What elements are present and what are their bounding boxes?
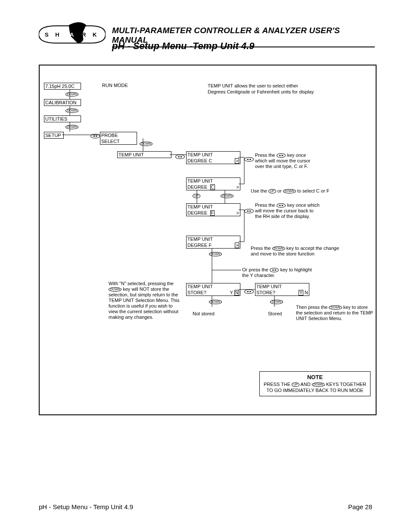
- lcd-line: STORE?Y N: [256, 289, 308, 296]
- lcd-line: TEMP UNIT: [187, 204, 239, 210]
- left-right-key-icon: ◄►: [277, 203, 286, 208]
- down-key-icon: DOWN: [283, 189, 296, 193]
- label-stored: Stored: [268, 311, 282, 316]
- down-key-icon: DOWN: [65, 125, 78, 129]
- menu-utilities: UTILITIES: [44, 115, 81, 122]
- menu-calibration: CALIBRATION: [44, 99, 81, 106]
- left-right-key-icon: ◄►: [270, 268, 279, 272]
- note-title: NOTE: [263, 374, 367, 380]
- down-key-icon: DOWN: [329, 305, 342, 310]
- down-key-icon: DOWN: [140, 142, 153, 146]
- up-key-icon: UP: [268, 189, 276, 193]
- diagram-frame: 7.15pH 25.0C CALIBRATION UTILITIES SETUP…: [39, 65, 377, 415]
- svg-text:S H: S H: [45, 31, 62, 38]
- footer-section: pH - Setup Menu - Temp Unit 4.9: [39, 503, 133, 510]
- down-key-icon: DOWN: [221, 194, 234, 198]
- down-key-icon: DOWN: [209, 252, 222, 256]
- intro-text: TEMP UNIT allows the user to select eith…: [208, 83, 315, 95]
- left-right-key-icon: ◄►: [244, 157, 254, 162]
- label-not-stored: Not stored: [193, 311, 215, 316]
- page: S H A R K MULTI-PARAMETER CONTROLLER & A…: [0, 0, 411, 532]
- down-key-icon: DOWN: [312, 383, 325, 387]
- lcd-line: TEMP UNIT: [187, 178, 239, 184]
- up-key-icon: UP: [292, 383, 299, 387]
- lcd-line: TEMP UNIT: [187, 283, 239, 289]
- lcd-temp-unit-f-cursor: TEMP UNIT DEGREE F>: [186, 203, 240, 216]
- down-key-icon: DOWN: [65, 92, 78, 96]
- menu-temp-unit: TEMP UNIT: [117, 151, 171, 158]
- menu-setup: SETUP: [44, 132, 64, 139]
- lcd-line: TEMP UNIT: [256, 283, 308, 289]
- svg-text:A: A: [70, 31, 74, 38]
- lcd-line: TEMP UNIT: [187, 236, 239, 242]
- menu-probe-select: PROBE SELECT: [100, 132, 137, 145]
- lcd-line: DEGREE F>: [187, 210, 239, 216]
- footer-page: Page 28: [348, 503, 372, 510]
- down-key-icon: DOWN: [209, 300, 222, 304]
- instruction-step3: Press the ◄► key once which will move th…: [255, 202, 320, 219]
- instruction-step2: Use the UP or DOWN to select C or F: [251, 188, 337, 193]
- lcd-line: STORE?Y N: [187, 289, 239, 296]
- brand-logo: S H A R K: [39, 22, 106, 47]
- lcd-temp-unit-f: TEMP UNIT DEGREE F>: [186, 236, 240, 249]
- instruction-step5: Or press the ◄► key to highlight the Y c…: [242, 267, 320, 278]
- left-right-key-icon: ◄►: [244, 209, 254, 213]
- down-key-icon: DOWN: [272, 246, 285, 251]
- note-n-selected: With "N" selected, pressing the DOWN key…: [109, 281, 182, 320]
- lcd-store-y: TEMP UNIT STORE?Y N: [255, 283, 309, 296]
- lcd-line: TEMP UNIT: [187, 152, 239, 158]
- svg-text:R K: R K: [82, 31, 99, 38]
- run-mode-label: RUN MODE: [102, 83, 128, 88]
- lcd-temp-unit-c-cursor: TEMP UNIT DEGREE C>: [186, 177, 240, 190]
- note-store-y: Then press the DOWN key to store the sel…: [296, 305, 374, 321]
- down-key-icon: DOWN: [109, 287, 121, 292]
- down-key-icon: DOWN: [270, 300, 283, 304]
- down-key-icon: DOWN: [65, 109, 78, 113]
- lcd-store-n: TEMP UNIT STORE?Y N: [186, 283, 240, 296]
- left-right-key-icon: ◄►: [277, 153, 286, 158]
- note-body: PRESS THE UP AND DOWN KEYS TOGETHER TO G…: [263, 381, 367, 393]
- lcd-line: DEGREE F>: [187, 242, 239, 248]
- lcd-temp-unit-c: TEMP UNIT DEGREE C>: [186, 151, 240, 164]
- instruction-step1: Press the ◄► key once which will move th…: [255, 152, 315, 169]
- page-title: pH - Setup Menu -Temp Unit 4.9: [112, 40, 254, 52]
- lcd-run-display: 7.15pH 25.0C: [44, 83, 81, 90]
- lcd-line: DEGREE C>: [187, 158, 239, 164]
- left-right-key-icon: ◄►: [90, 134, 100, 138]
- lcd-line: DEGREE C>: [187, 184, 239, 190]
- instruction-step4: Press the DOWN key to accept the change …: [251, 246, 341, 257]
- left-right-key-icon: ◄►: [175, 155, 185, 159]
- note-box: NOTE PRESS THE UP AND DOWN KEYS TOGETHER…: [259, 371, 371, 396]
- left-right-key-icon: ◄►: [244, 289, 254, 294]
- up-key-icon: UP: [193, 194, 200, 198]
